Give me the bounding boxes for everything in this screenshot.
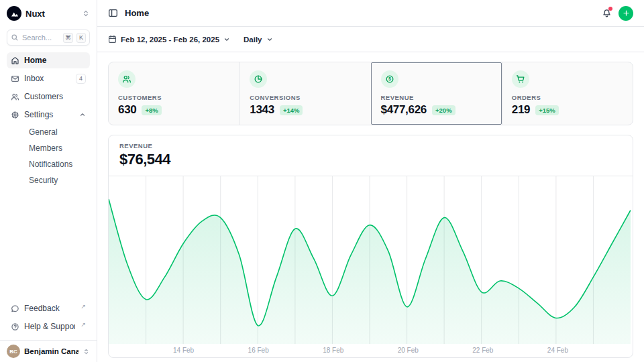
sidebar-nav: Home Inbox 4 Customers Settings Ge [0, 52, 97, 298]
date-range-value: Feb 12, 2025 - Feb 26, 2025 [121, 36, 219, 44]
stat-delta-badge: +8% [142, 105, 161, 115]
stat-card-revenue[interactable]: $ REVENUE $477,626 +20% [371, 62, 502, 125]
sidebar-item-label: Home [24, 56, 86, 65]
calendar-icon [108, 35, 117, 44]
sidebar-item-label: Inbox [24, 74, 71, 83]
notification-dot [608, 7, 612, 11]
sidebar-subitem-notifications[interactable]: Notifications [25, 157, 90, 171]
user-menu[interactable]: BC Benjamin Canac [0, 340, 97, 362]
main-area: Home Feb 12, 2025 - Feb 26, 2025 Daily [97, 0, 644, 362]
stat-delta-badge: +20% [432, 105, 455, 115]
x-axis-tick: 20 Feb [398, 347, 419, 354]
x-axis-tick: 22 Feb [472, 347, 493, 354]
filters-toolbar: Feb 12, 2025 - Feb 26, 2025 Daily [97, 27, 644, 52]
stat-label: CONVERSIONS [250, 94, 361, 101]
search-icon [11, 34, 19, 42]
sidebar-item-settings[interactable]: Settings [7, 107, 90, 123]
revenue-chart-card: REVENUE $76,544 14 Feb16 Feb18 Feb20 Feb… [108, 135, 633, 358]
stat-card-customers[interactable]: CUSTOMERS 630 +8% [109, 62, 239, 125]
settings-submenu: General Members Notifications Security [7, 125, 90, 187]
sidebar-subitem-security[interactable]: Security [25, 173, 90, 187]
kbd-k: K [76, 33, 86, 43]
granularity-select[interactable]: Daily [244, 36, 273, 44]
stat-label: CUSTOMERS [118, 94, 230, 101]
stat-card-orders[interactable]: ORDERS 219 +15% [502, 62, 633, 125]
x-axis-tick: 14 Feb [173, 347, 194, 354]
inbox-icon [11, 74, 19, 83]
home-icon [11, 56, 19, 65]
users-icon [118, 70, 136, 88]
gear-icon [11, 111, 19, 119]
notifications-button[interactable] [602, 8, 612, 18]
sidebar-header: Nuxt [0, 0, 97, 27]
chart-header: REVENUE $76,544 [109, 135, 633, 176]
stat-label: REVENUE [381, 94, 492, 101]
footer-item-label: Feedback [24, 304, 75, 313]
chart-title: REVENUE [119, 142, 622, 149]
x-axis-tick: 16 Feb [248, 347, 269, 354]
add-button[interactable] [619, 6, 633, 21]
granularity-value: Daily [244, 36, 262, 44]
stat-value: 1343 [250, 103, 274, 117]
revenue-area-chart[interactable] [109, 176, 631, 344]
chevrons-up-down-icon [83, 348, 90, 355]
panel-left-icon[interactable] [108, 8, 118, 18]
feedback-link[interactable]: Feedback ↗ [7, 300, 90, 316]
sidebar-subitem-members[interactable]: Members [25, 141, 90, 155]
sidebar-footer: Feedback ↗ Help & Support ↗ [0, 298, 97, 340]
page-title: Home [125, 8, 149, 18]
stats-row: CUSTOMERS 630 +8% CONVERSIONS 1343 +14% [108, 62, 633, 125]
help-circle-icon [11, 322, 19, 331]
external-link-icon: ↗ [80, 303, 86, 310]
stat-card-conversions[interactable]: CONVERSIONS 1343 +14% [239, 62, 370, 125]
sidebar-item-label: Customers [24, 92, 86, 101]
app-name: Nuxt [25, 9, 78, 19]
stat-delta-badge: +14% [280, 105, 303, 115]
plus-icon [623, 9, 630, 17]
avatar: BC [7, 345, 20, 358]
svg-text:$: $ [388, 76, 391, 82]
x-axis-tick: 24 Feb [547, 347, 568, 354]
dashboard-content: CUSTOMERS 630 +8% CONVERSIONS 1343 +14% [97, 52, 644, 362]
search-placeholder: Search... [22, 34, 60, 42]
x-axis: 14 Feb16 Feb18 Feb20 Feb22 Feb24 Feb [109, 344, 633, 357]
sidebar-item-home[interactable]: Home [7, 52, 90, 68]
cart-icon [512, 70, 529, 88]
stat-value: 219 [512, 103, 530, 117]
date-range-picker[interactable]: Feb 12, 2025 - Feb 26, 2025 [108, 35, 230, 44]
stat-delta-badge: +15% [535, 105, 559, 115]
stat-value: 630 [118, 103, 136, 117]
sidebar-item-customers[interactable]: Customers [7, 88, 90, 105]
nuxt-logo [7, 6, 21, 21]
page-header: Home [97, 0, 644, 27]
chart-body: 14 Feb16 Feb18 Feb20 Feb22 Feb24 Feb [109, 176, 633, 357]
message-circle-icon [11, 304, 19, 313]
sidebar-item-inbox[interactable]: Inbox 4 [7, 70, 90, 86]
dollar-circle-icon: $ [381, 70, 398, 88]
sidebar: Nuxt Search... ⌘ K Home Inbox 4 [0, 0, 97, 362]
sidebar-subitem-general[interactable]: General [25, 125, 90, 139]
chart-current-value: $76,544 [119, 151, 622, 168]
stat-value: $477,626 [381, 103, 427, 117]
users-icon [11, 93, 19, 101]
chevron-up-icon [79, 111, 86, 118]
kbd-meta: ⌘ [63, 33, 73, 43]
inbox-count-badge: 4 [76, 74, 86, 84]
pie-chart-icon [250, 70, 267, 88]
chevron-down-icon [266, 36, 273, 43]
x-axis-tick: 18 Feb [323, 347, 343, 354]
help-support-link[interactable]: Help & Support ↗ [7, 318, 90, 335]
user-name: Benjamin Canac [24, 347, 78, 355]
search-input[interactable]: Search... ⌘ K [7, 29, 90, 46]
sidebar-item-label: Settings [24, 110, 74, 119]
chevron-down-icon [223, 36, 230, 43]
chevrons-up-down-icon[interactable] [82, 9, 90, 17]
external-link-icon: ↗ [80, 321, 86, 328]
footer-item-label: Help & Support [24, 322, 75, 331]
stat-label: ORDERS [512, 94, 623, 101]
